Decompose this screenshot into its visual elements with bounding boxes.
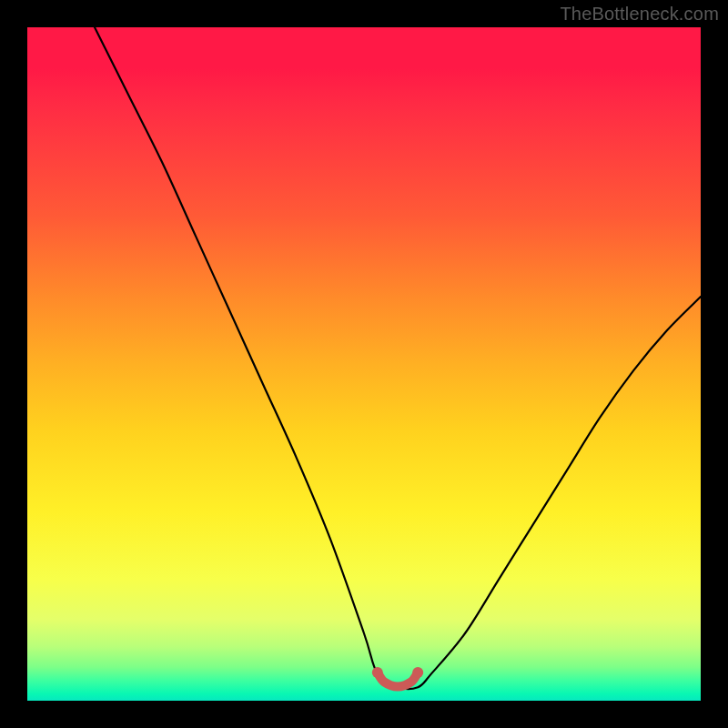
watermark-text: TheBottleneck.com: [560, 4, 719, 25]
optimal-range-marker: [378, 672, 418, 687]
chart-frame: TheBottleneck.com: [0, 0, 728, 728]
curve-svg: [27, 27, 701, 701]
marker-endpoint-left: [372, 667, 383, 678]
marker-endpoint-right: [412, 667, 423, 678]
bottleneck-curve: [95, 27, 701, 689]
plot-area: [27, 27, 701, 701]
